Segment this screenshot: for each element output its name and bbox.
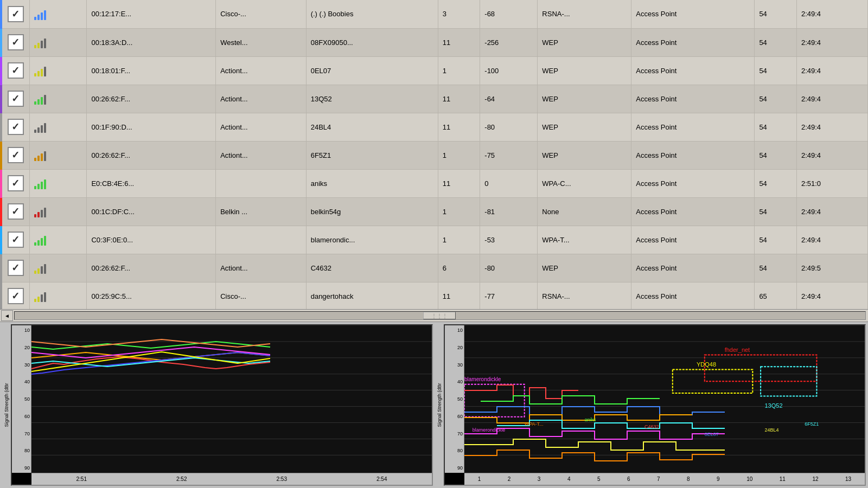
row-time: 2:51:0	[796, 169, 867, 197]
row-time: 2:49:4	[796, 28, 867, 56]
table-section: 00:12:17:E... Cisco-... (.) (.) Boobies …	[0, 0, 868, 309]
right-y-axis-title-wrapper: Signal Strength (dBr	[435, 324, 444, 486]
row-checkbox[interactable]	[8, 147, 24, 163]
row-speed: 65	[755, 282, 797, 309]
right-x-axis: 1 2 3 4 5 6 7 8 9 10 11 12 13	[464, 473, 865, 485]
svg-text:6F5Z1: 6F5Z1	[805, 421, 819, 427]
row-type: Access Point	[631, 226, 755, 254]
table-row: 00:1C:DF:C... Belkin ... belkin54g 1 -81…	[1, 197, 868, 226]
row-type: Access Point	[631, 197, 755, 226]
row-checkbox[interactable]	[8, 6, 24, 22]
row-signal-cell	[29, 113, 87, 141]
row-checkbox[interactable]	[8, 119, 24, 135]
horizontal-scrollbar[interactable]: ◄ ⋮⋮⋮	[0, 309, 868, 322]
svg-text:C4632: C4632	[644, 424, 659, 429]
row-checkbox-cell[interactable]	[1, 56, 29, 85]
row-checkbox[interactable]	[8, 62, 24, 79]
ry-label-70: 70	[446, 431, 463, 436]
ry-label-30: 30	[446, 362, 463, 368]
right-y-axis-title: Signal Strength (dBr	[437, 383, 442, 427]
row-mac: 00:26:62:F...	[87, 85, 216, 113]
table-row: 00:26:62:F... Actiont... C4632 6 -80 WEP…	[1, 254, 868, 282]
right-chart-svg: fhder_net YDQ48 13Q52 blamerondickle	[464, 325, 865, 473]
row-vendor: Belkin ...	[216, 197, 307, 226]
row-checkbox[interactable]	[8, 260, 24, 276]
row-checkbox[interactable]	[8, 91, 24, 107]
scrollbar-track[interactable]: ⋮⋮⋮	[14, 311, 866, 320]
table-row: 00:26:62:F... Actiont... 13Q52 11 -64 WE…	[1, 85, 868, 113]
row-checkbox[interactable]	[8, 34, 24, 50]
row-checkbox-cell[interactable]	[1, 169, 29, 197]
row-channel: 11	[438, 113, 480, 141]
x-label-254: 2:54	[376, 476, 387, 482]
y-label-70: 70	[13, 431, 30, 436]
table-row: 00:12:17:E... Cisco-... (.) (.) Boobies …	[1, 0, 868, 28]
row-encryption: WEP	[538, 113, 631, 141]
row-checkbox-cell[interactable]	[1, 113, 29, 141]
row-type: Access Point	[631, 28, 755, 56]
row-checkbox-cell[interactable]	[1, 282, 29, 309]
row-vendor: Actiont...	[216, 56, 307, 85]
row-checkbox-cell[interactable]	[1, 85, 29, 113]
row-encryption: WPA-C...	[538, 169, 631, 197]
row-checkbox-cell[interactable]	[1, 226, 29, 254]
row-ssid: C4632	[306, 254, 438, 282]
row-ssid: 24BL4	[306, 113, 438, 141]
row-signal-cell	[29, 226, 87, 254]
row-time: 2:49:4	[796, 141, 867, 169]
y-label-10: 10	[13, 328, 30, 333]
ry-label-90: 90	[446, 465, 463, 471]
row-type: Access Point	[631, 282, 755, 309]
row-speed: 54	[755, 113, 797, 141]
right-chart-container: Signal Strength (dBr 10 20 30 40 50 60 7…	[435, 324, 866, 486]
row-ssid: 0EL07	[306, 56, 438, 85]
row-time: 2:49:4	[796, 85, 867, 113]
row-channel: 1	[438, 197, 480, 226]
row-speed: 54	[755, 0, 797, 28]
right-label-ydq48: YDQ48	[697, 361, 716, 368]
row-checkbox[interactable]	[8, 175, 24, 191]
table-row: C0:3F:0E:0... blamerondic... 1 -53 WPA-T…	[1, 226, 868, 254]
ry-label-40: 40	[446, 379, 463, 384]
row-checkbox[interactable]	[8, 203, 24, 220]
row-type: Access Point	[631, 0, 755, 28]
row-mac: 00:18:3A:D...	[87, 28, 216, 56]
row-checkbox-cell[interactable]	[1, 197, 29, 226]
row-mac: 00:26:62:F...	[87, 254, 216, 282]
row-checkbox-cell[interactable]	[1, 254, 29, 282]
right-chart-panel: 10 20 30 40 50 60 70 80 90	[444, 324, 866, 486]
row-checkbox[interactable]	[8, 232, 24, 248]
rx-label-6: 6	[627, 476, 630, 482]
row-channel: 1	[438, 141, 480, 169]
svg-text:24BL4: 24BL4	[765, 427, 779, 433]
right-label-blamer: blamerondickle	[464, 376, 501, 382]
rx-label-9: 9	[717, 476, 720, 482]
row-signal-cell	[29, 85, 87, 113]
row-checkbox-cell[interactable]	[1, 141, 29, 169]
left-chart-svg	[31, 325, 432, 473]
scroll-left-button[interactable]: ◄	[1, 310, 13, 321]
ry-label-60: 60	[446, 414, 463, 419]
row-vendor	[216, 169, 307, 197]
row-speed: 54	[755, 28, 797, 56]
row-mac: 00:1C:DF:C...	[87, 197, 216, 226]
rx-label-13: 13	[845, 476, 851, 482]
row-checkbox-cell[interactable]	[1, 28, 29, 56]
y-label-80: 80	[13, 448, 30, 453]
row-checkbox-cell[interactable]	[1, 0, 29, 28]
scrollbar-thumb[interactable]: ⋮⋮⋮	[423, 312, 456, 319]
row-vendor	[216, 226, 307, 254]
rx-label-8: 8	[687, 476, 690, 482]
right-chart-canvas: fhder_net YDQ48 13Q52 blamerondickle	[464, 325, 865, 473]
table-row: 00:18:01:F... Actiont... 0EL07 1 -100 WE…	[1, 56, 868, 85]
rx-label-5: 5	[597, 476, 601, 482]
row-encryption: RSNA-...	[538, 282, 631, 309]
row-channel: 11	[438, 169, 480, 197]
row-channel: 6	[438, 254, 480, 282]
rx-label-3: 3	[538, 476, 541, 482]
left-chart-container: Signal Strength (dBr 10 20 30 40 50 60 7…	[2, 324, 433, 486]
row-signal: -75	[480, 141, 538, 169]
row-checkbox[interactable]	[8, 288, 24, 304]
row-type: Access Point	[631, 85, 755, 113]
row-encryption: WEP	[538, 141, 631, 169]
